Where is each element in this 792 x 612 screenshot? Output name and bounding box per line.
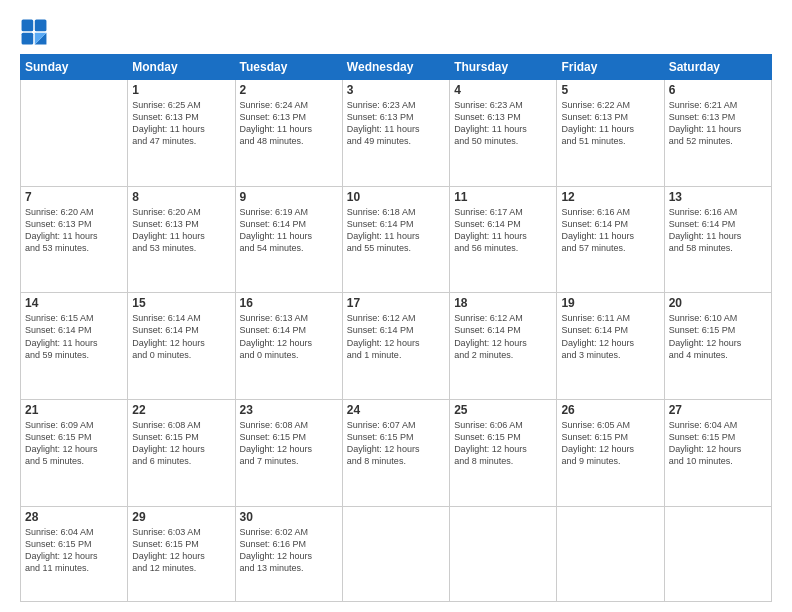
day-number: 29 [132,510,230,524]
day-info: Sunrise: 6:25 AM Sunset: 6:13 PM Dayligh… [132,99,230,148]
day-number: 24 [347,403,445,417]
weekday-header-row: SundayMondayTuesdayWednesdayThursdayFrid… [21,55,772,80]
day-number: 5 [561,83,659,97]
weekday-header-thursday: Thursday [450,55,557,80]
week-row-1: 1Sunrise: 6:25 AM Sunset: 6:13 PM Daylig… [21,80,772,187]
day-info: Sunrise: 6:17 AM Sunset: 6:14 PM Dayligh… [454,206,552,255]
calendar-cell: 5Sunrise: 6:22 AM Sunset: 6:13 PM Daylig… [557,80,664,187]
day-number: 13 [669,190,767,204]
calendar-table: SundayMondayTuesdayWednesdayThursdayFrid… [20,54,772,602]
week-row-2: 7Sunrise: 6:20 AM Sunset: 6:13 PM Daylig… [21,186,772,293]
calendar-cell: 13Sunrise: 6:16 AM Sunset: 6:14 PM Dayli… [664,186,771,293]
calendar-cell: 19Sunrise: 6:11 AM Sunset: 6:14 PM Dayli… [557,293,664,400]
day-info: Sunrise: 6:09 AM Sunset: 6:15 PM Dayligh… [25,419,123,468]
day-number: 22 [132,403,230,417]
calendar-cell: 17Sunrise: 6:12 AM Sunset: 6:14 PM Dayli… [342,293,449,400]
calendar-cell [450,506,557,601]
calendar-cell [342,506,449,601]
day-number: 11 [454,190,552,204]
day-info: Sunrise: 6:12 AM Sunset: 6:14 PM Dayligh… [347,312,445,361]
page: SundayMondayTuesdayWednesdayThursdayFrid… [0,0,792,612]
week-row-5: 28Sunrise: 6:04 AM Sunset: 6:15 PM Dayli… [21,506,772,601]
day-number: 14 [25,296,123,310]
calendar-cell: 30Sunrise: 6:02 AM Sunset: 6:16 PM Dayli… [235,506,342,601]
day-info: Sunrise: 6:04 AM Sunset: 6:15 PM Dayligh… [25,526,123,575]
calendar-cell: 12Sunrise: 6:16 AM Sunset: 6:14 PM Dayli… [557,186,664,293]
day-info: Sunrise: 6:20 AM Sunset: 6:13 PM Dayligh… [25,206,123,255]
calendar-cell: 21Sunrise: 6:09 AM Sunset: 6:15 PM Dayli… [21,399,128,506]
day-info: Sunrise: 6:06 AM Sunset: 6:15 PM Dayligh… [454,419,552,468]
calendar-cell: 25Sunrise: 6:06 AM Sunset: 6:15 PM Dayli… [450,399,557,506]
day-info: Sunrise: 6:12 AM Sunset: 6:14 PM Dayligh… [454,312,552,361]
day-number: 27 [669,403,767,417]
calendar-cell: 9Sunrise: 6:19 AM Sunset: 6:14 PM Daylig… [235,186,342,293]
day-number: 17 [347,296,445,310]
svg-rect-1 [35,20,47,32]
week-row-4: 21Sunrise: 6:09 AM Sunset: 6:15 PM Dayli… [21,399,772,506]
calendar-cell: 27Sunrise: 6:04 AM Sunset: 6:15 PM Dayli… [664,399,771,506]
day-info: Sunrise: 6:03 AM Sunset: 6:15 PM Dayligh… [132,526,230,575]
day-info: Sunrise: 6:22 AM Sunset: 6:13 PM Dayligh… [561,99,659,148]
day-number: 9 [240,190,338,204]
weekday-header-tuesday: Tuesday [235,55,342,80]
calendar-cell: 28Sunrise: 6:04 AM Sunset: 6:15 PM Dayli… [21,506,128,601]
calendar-cell: 1Sunrise: 6:25 AM Sunset: 6:13 PM Daylig… [128,80,235,187]
logo [20,18,52,46]
calendar-cell: 18Sunrise: 6:12 AM Sunset: 6:14 PM Dayli… [450,293,557,400]
day-number: 8 [132,190,230,204]
calendar-cell: 22Sunrise: 6:08 AM Sunset: 6:15 PM Dayli… [128,399,235,506]
day-number: 7 [25,190,123,204]
calendar-cell: 2Sunrise: 6:24 AM Sunset: 6:13 PM Daylig… [235,80,342,187]
day-info: Sunrise: 6:20 AM Sunset: 6:13 PM Dayligh… [132,206,230,255]
day-number: 21 [25,403,123,417]
calendar-cell: 24Sunrise: 6:07 AM Sunset: 6:15 PM Dayli… [342,399,449,506]
day-number: 12 [561,190,659,204]
weekday-header-monday: Monday [128,55,235,80]
calendar-cell [557,506,664,601]
header [20,18,772,46]
day-info: Sunrise: 6:19 AM Sunset: 6:14 PM Dayligh… [240,206,338,255]
calendar-cell [21,80,128,187]
day-number: 20 [669,296,767,310]
logo-icon [20,18,48,46]
day-info: Sunrise: 6:10 AM Sunset: 6:15 PM Dayligh… [669,312,767,361]
calendar-cell: 11Sunrise: 6:17 AM Sunset: 6:14 PM Dayli… [450,186,557,293]
day-info: Sunrise: 6:08 AM Sunset: 6:15 PM Dayligh… [132,419,230,468]
day-number: 10 [347,190,445,204]
day-info: Sunrise: 6:23 AM Sunset: 6:13 PM Dayligh… [454,99,552,148]
day-number: 16 [240,296,338,310]
calendar-cell: 29Sunrise: 6:03 AM Sunset: 6:15 PM Dayli… [128,506,235,601]
calendar-cell [664,506,771,601]
day-number: 15 [132,296,230,310]
day-number: 26 [561,403,659,417]
day-info: Sunrise: 6:16 AM Sunset: 6:14 PM Dayligh… [561,206,659,255]
day-number: 4 [454,83,552,97]
calendar-cell: 23Sunrise: 6:08 AM Sunset: 6:15 PM Dayli… [235,399,342,506]
calendar-cell: 8Sunrise: 6:20 AM Sunset: 6:13 PM Daylig… [128,186,235,293]
day-number: 3 [347,83,445,97]
day-number: 2 [240,83,338,97]
day-number: 23 [240,403,338,417]
day-number: 1 [132,83,230,97]
day-info: Sunrise: 6:02 AM Sunset: 6:16 PM Dayligh… [240,526,338,575]
day-info: Sunrise: 6:11 AM Sunset: 6:14 PM Dayligh… [561,312,659,361]
calendar-cell: 10Sunrise: 6:18 AM Sunset: 6:14 PM Dayli… [342,186,449,293]
day-info: Sunrise: 6:16 AM Sunset: 6:14 PM Dayligh… [669,206,767,255]
calendar-cell: 16Sunrise: 6:13 AM Sunset: 6:14 PM Dayli… [235,293,342,400]
day-number: 28 [25,510,123,524]
day-info: Sunrise: 6:21 AM Sunset: 6:13 PM Dayligh… [669,99,767,148]
day-info: Sunrise: 6:13 AM Sunset: 6:14 PM Dayligh… [240,312,338,361]
calendar-cell: 7Sunrise: 6:20 AM Sunset: 6:13 PM Daylig… [21,186,128,293]
calendar-cell: 14Sunrise: 6:15 AM Sunset: 6:14 PM Dayli… [21,293,128,400]
calendar-cell: 20Sunrise: 6:10 AM Sunset: 6:15 PM Dayli… [664,293,771,400]
day-info: Sunrise: 6:23 AM Sunset: 6:13 PM Dayligh… [347,99,445,148]
day-info: Sunrise: 6:15 AM Sunset: 6:14 PM Dayligh… [25,312,123,361]
calendar-cell: 6Sunrise: 6:21 AM Sunset: 6:13 PM Daylig… [664,80,771,187]
day-number: 18 [454,296,552,310]
day-info: Sunrise: 6:07 AM Sunset: 6:15 PM Dayligh… [347,419,445,468]
calendar-cell: 15Sunrise: 6:14 AM Sunset: 6:14 PM Dayli… [128,293,235,400]
svg-rect-0 [22,20,34,32]
day-info: Sunrise: 6:08 AM Sunset: 6:15 PM Dayligh… [240,419,338,468]
weekday-header-sunday: Sunday [21,55,128,80]
day-number: 25 [454,403,552,417]
